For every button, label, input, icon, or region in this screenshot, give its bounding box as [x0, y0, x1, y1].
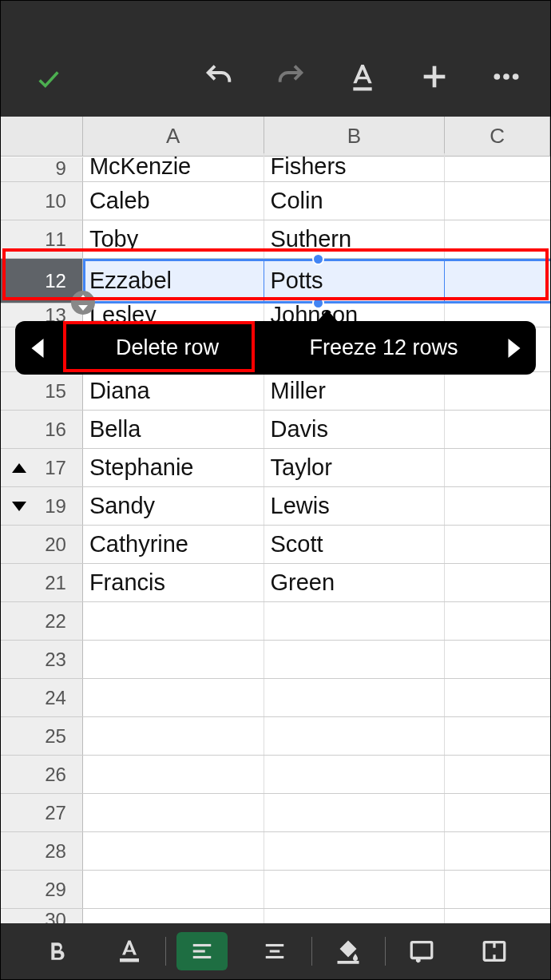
cell[interactable]: Ezzabel — [83, 259, 264, 303]
cell[interactable] — [445, 717, 550, 755]
cell[interactable] — [445, 259, 550, 303]
cell[interactable] — [264, 832, 446, 870]
add-icon[interactable] — [418, 61, 450, 93]
row-number[interactable]: 24 — [1, 679, 83, 716]
cell[interactable]: Stephanie — [83, 449, 264, 486]
row-number[interactable]: 22 — [1, 602, 83, 640]
row-number[interactable]: 25 — [1, 717, 83, 755]
table-row[interactable]: 11 Toby Suthern — [1, 220, 550, 259]
cell[interactable] — [445, 449, 550, 486]
table-row[interactable]: 25 — [1, 717, 550, 756]
selection-handle-icon[interactable] — [312, 297, 324, 309]
row-resize-handle-icon[interactable] — [71, 291, 95, 315]
column-header-b[interactable]: B — [264, 117, 446, 156]
cell[interactable]: Suthern — [264, 220, 446, 258]
cell[interactable]: Cathyrine — [83, 526, 264, 563]
cell[interactable] — [445, 602, 550, 640]
text-format-icon[interactable] — [347, 61, 379, 93]
cell[interactable] — [264, 794, 446, 831]
row-number[interactable]: 16 — [1, 411, 83, 448]
table-row[interactable]: 24 — [1, 679, 550, 717]
row-number[interactable]: 28 — [1, 832, 83, 870]
cell[interactable] — [445, 564, 550, 601]
cell[interactable] — [445, 832, 550, 870]
merge-cells-button[interactable] — [458, 931, 531, 971]
row-number[interactable]: 15 — [1, 372, 83, 410]
cell[interactable] — [445, 679, 550, 716]
cell[interactable] — [445, 756, 550, 793]
group-expand-down-icon[interactable] — [12, 502, 26, 511]
cell[interactable] — [264, 756, 446, 793]
cell[interactable] — [83, 679, 264, 716]
cell[interactable] — [83, 871, 264, 908]
column-header-c[interactable]: C — [445, 117, 550, 156]
row-number[interactable]: 26 — [1, 756, 83, 793]
cell[interactable]: Lewis — [264, 487, 446, 525]
row-number[interactable]: 11 — [1, 220, 83, 258]
table-row[interactable]: 9 McKenzie Fishers — [1, 157, 550, 182]
cell[interactable] — [83, 602, 264, 640]
cell[interactable] — [445, 526, 550, 563]
freeze-rows-button[interactable]: Freeze 12 rows — [276, 335, 492, 360]
row-number[interactable]: 29 — [1, 871, 83, 908]
cell[interactable]: Bella — [83, 411, 264, 448]
cell[interactable]: Fishers — [264, 153, 446, 181]
insert-cell-button[interactable] — [386, 931, 458, 971]
table-row[interactable]: 10 Caleb Colin — [1, 182, 550, 220]
table-row[interactable]: 19 Sandy Lewis — [1, 487, 550, 526]
align-left-button[interactable] — [166, 931, 239, 971]
cell[interactable]: Davis — [264, 411, 446, 448]
cell[interactable] — [264, 641, 446, 678]
row-number[interactable]: 23 — [1, 641, 83, 678]
table-row[interactable]: 26 — [1, 756, 550, 794]
row-number[interactable]: 27 — [1, 794, 83, 831]
table-row[interactable]: 22 — [1, 602, 550, 641]
menu-prev-icon[interactable] — [15, 339, 59, 358]
cell[interactable] — [264, 602, 446, 640]
table-row-selected[interactable]: 12 Ezzabel Potts — [1, 259, 550, 304]
cell[interactable]: Toby — [83, 220, 264, 258]
fill-color-button[interactable] — [312, 931, 385, 971]
cell[interactable] — [445, 180, 550, 181]
cell[interactable]: Diana — [83, 372, 264, 410]
cell[interactable] — [83, 756, 264, 793]
selection-handle-icon[interactable] — [312, 253, 324, 265]
cell[interactable] — [83, 717, 264, 755]
cell[interactable]: Sandy — [83, 487, 264, 525]
cell[interactable] — [445, 372, 550, 410]
cell[interactable] — [264, 717, 446, 755]
row-number[interactable]: 12 — [1, 259, 83, 303]
spreadsheet[interactable]: A B C 9 McKenzie Fishers 10 Caleb Colin … — [1, 117, 550, 931]
cell[interactable] — [83, 832, 264, 870]
cell[interactable] — [83, 794, 264, 831]
row-number[interactable]: 10 — [1, 182, 83, 220]
delete-row-button[interactable]: Delete row — [59, 335, 276, 360]
undo-icon[interactable] — [203, 61, 235, 93]
table-row[interactable]: 28 — [1, 832, 550, 871]
row-number[interactable]: 9 — [1, 157, 83, 181]
cell[interactable]: McKenzie — [83, 153, 264, 181]
cell[interactable]: Scott — [264, 526, 446, 563]
align-center-button[interactable] — [239, 931, 311, 971]
row-number[interactable]: 20 — [1, 526, 83, 563]
cell[interactable] — [445, 487, 550, 525]
cell[interactable]: Caleb — [83, 182, 264, 220]
table-row[interactable]: 27 — [1, 794, 550, 832]
cell[interactable] — [445, 641, 550, 678]
confirm-icon[interactable] — [31, 65, 66, 93]
cell[interactable] — [83, 641, 264, 678]
cell[interactable] — [445, 220, 550, 258]
cell[interactable]: Potts — [264, 259, 446, 303]
row-number[interactable]: 21 — [1, 564, 83, 601]
bold-button[interactable] — [20, 931, 93, 971]
cell[interactable] — [445, 794, 550, 831]
cell[interactable]: Green — [264, 564, 446, 601]
cell[interactable]: Miller — [264, 372, 446, 410]
cell[interactable]: Colin — [264, 182, 446, 220]
cell[interactable] — [264, 679, 446, 716]
select-all-corner[interactable] — [1, 117, 83, 156]
table-row[interactable]: 15 Diana Miller — [1, 372, 550, 411]
group-collapse-up-icon[interactable] — [12, 463, 26, 473]
table-row[interactable]: 16 Bella Davis — [1, 411, 550, 449]
text-color-button[interactable] — [93, 931, 165, 971]
